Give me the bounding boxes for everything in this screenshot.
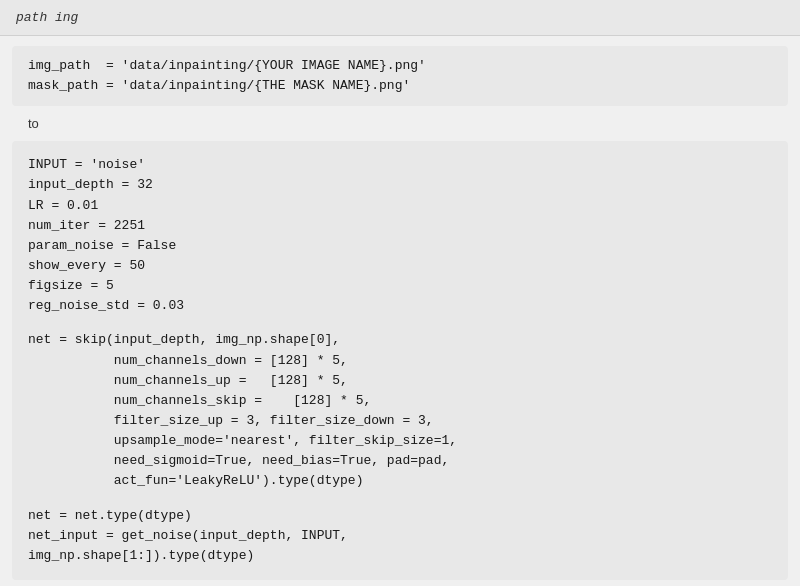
code-line: need_sigmoid=True, need_bias=True, pad=p…	[28, 451, 772, 471]
code-line: show_every = 50	[28, 256, 772, 276]
code-line: filter_size_up = 3, filter_size_down = 3…	[28, 411, 772, 431]
code-line: param_noise = False	[28, 236, 772, 256]
top-bar-text: path ing	[16, 10, 78, 25]
code-line: net = skip(input_depth, img_np.shape[0],	[28, 330, 772, 350]
code-line: figsize = 5	[28, 276, 772, 296]
code-line: reg_noise_std = 0.03	[28, 296, 772, 316]
top-bar: path ing	[0, 0, 800, 36]
code-line-empty	[28, 492, 772, 506]
code-line: INPUT = 'noise'	[28, 155, 772, 175]
code-line: upsample_mode='nearest', filter_skip_siz…	[28, 431, 772, 451]
code-line: img_path = 'data/inpainting/{YOUR IMAGE …	[28, 56, 772, 76]
code-line: net_input = get_noise(input_depth, INPUT…	[28, 526, 772, 546]
code-line: act_fun='LeakyReLU').type(dtype)	[28, 471, 772, 491]
code-line: num_channels_skip = [128] * 5,	[28, 391, 772, 411]
code-block-1: img_path = 'data/inpainting/{YOUR IMAGE …	[12, 46, 788, 106]
code-line: img_np.shape[1:]).type(dtype)	[28, 546, 772, 566]
code-line: net = net.type(dtype)	[28, 506, 772, 526]
code-line: mask_path = 'data/inpainting/{THE MASK N…	[28, 76, 772, 96]
code-line-empty	[28, 316, 772, 330]
code-line: num_channels_down = [128] * 5,	[28, 351, 772, 371]
code-line: num_iter = 2251	[28, 216, 772, 236]
to-label: to	[0, 106, 800, 141]
code-line: input_depth = 32	[28, 175, 772, 195]
code-line: LR = 0.01	[28, 196, 772, 216]
page-container: path ing img_path = 'data/inpainting/{YO…	[0, 0, 800, 586]
code-line: num_channels_up = [128] * 5,	[28, 371, 772, 391]
code-block-2: INPUT = 'noise' input_depth = 32 LR = 0.…	[12, 141, 788, 580]
